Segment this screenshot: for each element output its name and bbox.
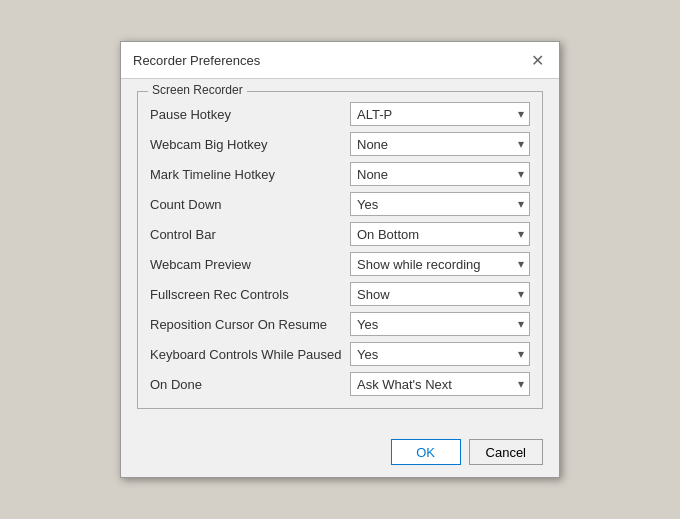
dropdown-wrapper-0: ALT-PNoneALT-RALT-S xyxy=(350,102,530,126)
setting-dropdown-6[interactable]: ShowHide xyxy=(350,282,530,306)
dropdown-wrapper-9: Ask What's NextShow recordingDo nothingO… xyxy=(350,372,530,396)
dropdown-wrapper-3: YesNo xyxy=(350,192,530,216)
ok-button[interactable]: OK xyxy=(391,439,461,465)
dropdown-wrapper-1: NoneALT-WALT-B xyxy=(350,132,530,156)
setting-label: Control Bar xyxy=(150,227,350,242)
dropdown-wrapper-2: NoneALT-MALT-T xyxy=(350,162,530,186)
setting-dropdown-0[interactable]: ALT-PNoneALT-RALT-S xyxy=(350,102,530,126)
setting-row: Control BarOn BottomOn TopFloating xyxy=(150,222,530,246)
cancel-button[interactable]: Cancel xyxy=(469,439,543,465)
group-label: Screen Recorder xyxy=(148,83,247,97)
setting-dropdown-2[interactable]: NoneALT-MALT-T xyxy=(350,162,530,186)
setting-row: Webcam PreviewShow while recordingHide w… xyxy=(150,252,530,276)
setting-dropdown-7[interactable]: YesNo xyxy=(350,312,530,336)
dropdown-wrapper-8: YesNo xyxy=(350,342,530,366)
setting-dropdown-4[interactable]: On BottomOn TopFloating xyxy=(350,222,530,246)
setting-label: Webcam Preview xyxy=(150,257,350,272)
setting-row: Pause HotkeyALT-PNoneALT-RALT-S xyxy=(150,102,530,126)
setting-row: Count DownYesNo xyxy=(150,192,530,216)
setting-dropdown-3[interactable]: YesNo xyxy=(350,192,530,216)
setting-row: Reposition Cursor On ResumeYesNo xyxy=(150,312,530,336)
setting-dropdown-1[interactable]: NoneALT-WALT-B xyxy=(350,132,530,156)
dialog-title: Recorder Preferences xyxy=(133,53,260,68)
setting-dropdown-9[interactable]: Ask What's NextShow recordingDo nothingO… xyxy=(350,372,530,396)
dropdown-wrapper-5: Show while recordingHide while recording… xyxy=(350,252,530,276)
setting-label: Webcam Big Hotkey xyxy=(150,137,350,152)
setting-label: Fullscreen Rec Controls xyxy=(150,287,350,302)
setting-label: Mark Timeline Hotkey xyxy=(150,167,350,182)
screen-recorder-group: Screen Recorder Pause HotkeyALT-PNoneALT… xyxy=(137,91,543,409)
setting-dropdown-5[interactable]: Show while recordingHide while recording… xyxy=(350,252,530,276)
dropdown-wrapper-7: YesNo xyxy=(350,312,530,336)
dialog-titlebar: Recorder Preferences ✕ xyxy=(121,42,559,79)
dialog-content: Screen Recorder Pause HotkeyALT-PNoneALT… xyxy=(121,79,559,433)
setting-row: Keyboard Controls While PausedYesNo xyxy=(150,342,530,366)
setting-row: Fullscreen Rec ControlsShowHide xyxy=(150,282,530,306)
setting-row: On DoneAsk What's NextShow recordingDo n… xyxy=(150,372,530,396)
setting-label: Count Down xyxy=(150,197,350,212)
dropdown-wrapper-6: ShowHide xyxy=(350,282,530,306)
setting-label: On Done xyxy=(150,377,350,392)
setting-label: Pause Hotkey xyxy=(150,107,350,122)
setting-label: Keyboard Controls While Paused xyxy=(150,347,350,362)
dialog-footer: OK Cancel xyxy=(121,433,559,477)
close-button[interactable]: ✕ xyxy=(527,50,547,70)
setting-dropdown-8[interactable]: YesNo xyxy=(350,342,530,366)
recorder-preferences-dialog: Recorder Preferences ✕ Screen Recorder P… xyxy=(120,41,560,478)
setting-row: Webcam Big HotkeyNoneALT-WALT-B xyxy=(150,132,530,156)
setting-row: Mark Timeline HotkeyNoneALT-MALT-T xyxy=(150,162,530,186)
setting-label: Reposition Cursor On Resume xyxy=(150,317,350,332)
dropdown-wrapper-4: On BottomOn TopFloating xyxy=(350,222,530,246)
